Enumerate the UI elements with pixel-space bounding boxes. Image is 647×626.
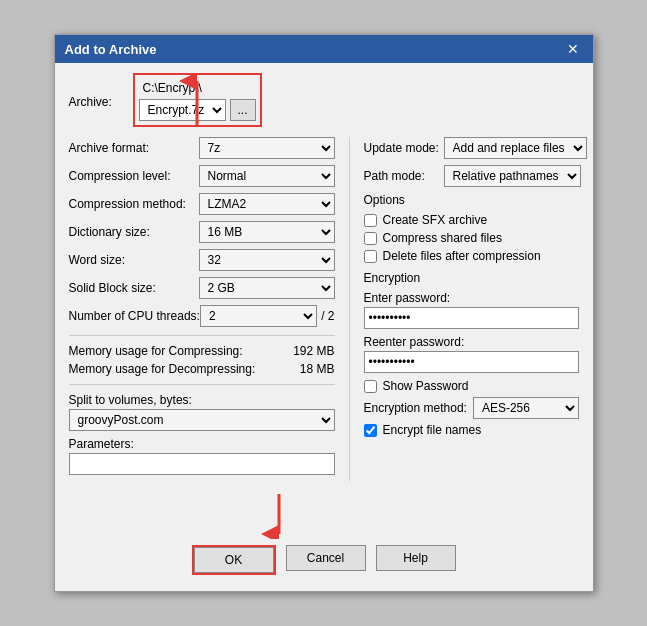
create-sfx-checkbox[interactable]: [364, 214, 377, 227]
archive-browse-button[interactable]: ...: [230, 99, 256, 121]
solid-block-row: Solid Block size: 2 GB: [69, 277, 335, 299]
archive-format-label: Archive format:: [69, 141, 199, 155]
word-size-select[interactable]: 32: [199, 249, 335, 271]
encryption-method-select[interactable]: AES-256: [473, 397, 579, 419]
bottom-section: OK Cancel Help: [69, 491, 579, 581]
arrow-up-icon: [177, 75, 217, 130]
reenter-password-label: Reenter password:: [364, 335, 579, 349]
path-mode-select[interactable]: Relative pathnames: [444, 165, 581, 187]
compression-method-row: Compression method: LZMA2: [69, 193, 335, 215]
archive-section: Archive: C:\Encrypt\ Encrypt.7z ...: [69, 73, 579, 127]
dictionary-size-row: Dictionary size: 16 MB: [69, 221, 335, 243]
create-sfx-label: Create SFX archive: [383, 213, 488, 227]
main-content: Archive format: 7z Compression level: No…: [69, 137, 579, 481]
title-bar: Add to Archive ✕: [55, 35, 593, 63]
archive-label: Archive:: [69, 73, 125, 109]
parameters-input[interactable]: [69, 453, 335, 475]
ok-button-wrapper: OK: [192, 545, 276, 575]
word-size-row: Word size: 32: [69, 249, 335, 271]
add-to-archive-dialog: Add to Archive ✕ Archive: C:\Encrypt\ En…: [54, 34, 594, 592]
update-mode-label: Update mode:: [364, 141, 444, 155]
show-password-label: Show Password: [383, 379, 469, 393]
compression-level-select[interactable]: Normal: [199, 165, 335, 187]
dictionary-size-select[interactable]: 16 MB: [199, 221, 335, 243]
right-column: Update mode: Add and replace files Path …: [349, 137, 579, 481]
memory-compressing-value: 192 MB: [293, 344, 334, 358]
encryption-method-row: Encryption method: AES-256: [364, 397, 579, 419]
dialog-body: Archive: C:\Encrypt\ Encrypt.7z ...: [55, 63, 593, 591]
button-row: OK Cancel Help: [69, 539, 579, 581]
delete-after-checkbox[interactable]: [364, 250, 377, 263]
update-mode-row: Update mode: Add and replace files: [364, 137, 579, 159]
cpu-threads-label: Number of CPU threads:: [69, 309, 200, 323]
split-volumes-label: Split to volumes, bytes:: [69, 393, 335, 407]
solid-block-label: Solid Block size:: [69, 281, 199, 295]
help-button[interactable]: Help: [376, 545, 456, 571]
divider1: [69, 335, 335, 336]
divider2: [69, 384, 335, 385]
delete-after-label: Delete files after compression: [383, 249, 541, 263]
archive-format-select[interactable]: 7z: [199, 137, 335, 159]
parameters-label: Parameters:: [69, 437, 335, 451]
memory-decompressing-value: 18 MB: [300, 362, 335, 376]
encryption-title: Encryption: [364, 271, 579, 285]
close-button[interactable]: ✕: [563, 41, 583, 57]
encryption-method-label: Encryption method:: [364, 401, 467, 415]
encrypt-filenames-label: Encrypt file names: [383, 423, 482, 437]
delete-after-row: Delete files after compression: [364, 249, 579, 263]
cancel-button[interactable]: Cancel: [286, 545, 366, 571]
cpu-threads-row: Number of CPU threads: 2 / 2: [69, 305, 335, 327]
split-volumes-select[interactable]: groovyPost.com: [69, 409, 335, 431]
ok-button[interactable]: OK: [194, 547, 274, 573]
encryption-section: Encryption Enter password: Reenter passw…: [364, 271, 579, 437]
memory-decompressing-label: Memory usage for Decompressing:: [69, 362, 300, 376]
archive-format-row: Archive format: 7z: [69, 137, 335, 159]
compression-level-label: Compression level:: [69, 169, 199, 183]
options-title: Options: [364, 193, 579, 207]
memory-compressing-row: Memory usage for Compressing: 192 MB: [69, 344, 335, 358]
encrypt-filenames-checkbox[interactable]: [364, 424, 377, 437]
enter-password-input[interactable]: [364, 307, 579, 329]
enter-password-label: Enter password:: [364, 291, 579, 305]
left-column: Archive format: 7z Compression level: No…: [69, 137, 349, 481]
encrypt-filenames-row: Encrypt file names: [364, 423, 579, 437]
memory-compressing-label: Memory usage for Compressing:: [69, 344, 294, 358]
arrow-down-container: [69, 499, 579, 539]
dialog-title: Add to Archive: [65, 42, 157, 57]
memory-decompressing-row: Memory usage for Decompressing: 18 MB: [69, 362, 335, 376]
compress-shared-row: Compress shared files: [364, 231, 579, 245]
path-mode-label: Path mode:: [364, 169, 444, 183]
solid-block-select[interactable]: 2 GB: [199, 277, 335, 299]
dictionary-size-label: Dictionary size:: [69, 225, 199, 239]
arrow-down-icon: [259, 494, 299, 539]
compression-level-row: Compression level: Normal: [69, 165, 335, 187]
compression-method-select[interactable]: LZMA2: [199, 193, 335, 215]
parameters-row: Parameters:: [69, 437, 335, 475]
split-volumes-row: Split to volumes, bytes: groovyPost.com: [69, 393, 335, 431]
cpu-threads-extra: / 2: [321, 309, 334, 323]
reenter-password-input[interactable]: [364, 351, 579, 373]
show-password-checkbox[interactable]: [364, 380, 377, 393]
word-size-label: Word size:: [69, 253, 199, 267]
show-password-row: Show Password: [364, 379, 579, 393]
cpu-threads-select[interactable]: 2: [200, 305, 317, 327]
path-mode-row: Path mode: Relative pathnames: [364, 165, 579, 187]
create-sfx-row: Create SFX archive: [364, 213, 579, 227]
compress-shared-label: Compress shared files: [383, 231, 502, 245]
update-mode-select[interactable]: Add and replace files: [444, 137, 587, 159]
compress-shared-checkbox[interactable]: [364, 232, 377, 245]
compression-method-label: Compression method:: [69, 197, 199, 211]
